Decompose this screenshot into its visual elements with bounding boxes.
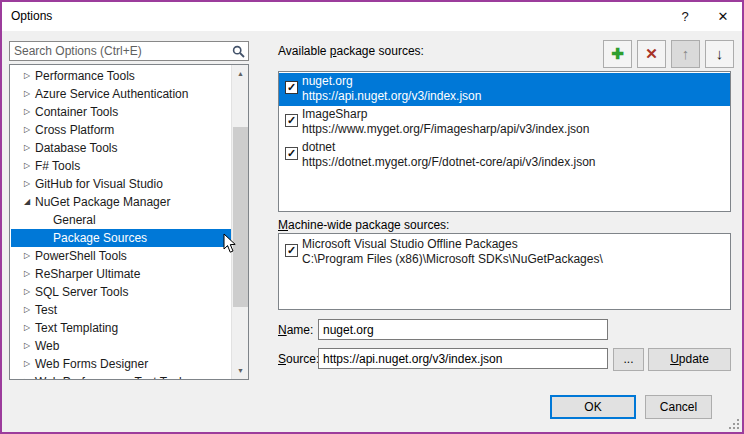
options-tree: ▷Performance Tools ▷Azure Service Authen… [9,64,249,380]
tree-item-web-forms-designer[interactable]: ▷Web Forms Designer [11,355,231,373]
checkbox-checked[interactable]: ✓ [285,244,298,257]
source-url: https://dotnet.myget.org/F/dotnet-core/a… [302,155,596,170]
window-title: Options [11,2,52,31]
mouse-cursor [223,233,237,254]
delete-icon: ✕ [645,45,658,62]
arrow-down-icon: ↓ [716,45,724,62]
collapsed-icon[interactable]: ▷ [19,301,35,319]
collapsed-icon[interactable]: ▷ [19,139,35,157]
collapsed-icon[interactable]: ▷ [19,85,35,103]
checkbox-checked[interactable]: ✓ [285,114,298,127]
collapsed-icon[interactable]: ▷ [19,355,35,373]
collapsed-icon[interactable]: ▷ [19,265,35,283]
source-name: dotnet [302,140,335,155]
source-row-nuget-org[interactable]: ✓ nuget.org https://api.nuget.org/v3/ind… [279,73,730,106]
tree-item-web-performance-test-tools[interactable]: ▷Web Performance Test Tools [11,373,231,380]
scroll-down-icon[interactable]: ▼ [232,362,249,379]
source-row-dotnet[interactable]: ✓ dotnet https://dotnet.myget.org/F/dotn… [279,139,730,172]
collapsed-icon[interactable]: ▷ [19,67,35,85]
remove-source-button[interactable]: ✕ [637,40,666,68]
source-row-offline-packages[interactable]: ✓ Microsoft Visual Studio Offline Packag… [279,236,730,269]
collapsed-icon[interactable]: ▷ [19,337,35,355]
move-down-button[interactable]: ↓ [705,40,734,68]
source-label: Source: [278,352,319,366]
update-button[interactable]: Update [648,348,731,371]
resize-grip[interactable] [727,417,739,429]
plus-icon: ✚ [611,45,624,62]
ok-button[interactable]: OK [550,395,636,419]
scrollbar-thumb[interactable] [233,127,248,307]
source-url: C:\Program Files (x86)\Microsoft SDKs\Nu… [302,252,603,267]
options-dialog: Options ? ✕ ▷Performance Tools ▷Azure Se… [0,0,744,434]
tree-item-sql-server-tools[interactable]: ▷SQL Server Tools [11,283,231,301]
collapsed-icon[interactable]: ▷ [19,373,35,380]
arrow-up-icon: ↑ [682,45,690,62]
available-sources-list: ✓ nuget.org https://api.nuget.org/v3/ind… [278,71,731,212]
cancel-button[interactable]: Cancel [645,395,712,419]
source-url: https://www.myget.org/F/imagesharp/api/v… [302,122,589,137]
collapsed-icon[interactable]: ▷ [19,175,35,193]
source-row-imagesharp[interactable]: ✓ ImageSharp https://www.myget.org/F/ima… [279,106,730,139]
tree-item-fsharp-tools[interactable]: ▷F# Tools [11,157,231,175]
source-name: ImageSharp [302,107,367,122]
source-name: Microsoft Visual Studio Offline Packages [302,237,518,252]
tree-item-performance-tools[interactable]: ▷Performance Tools [11,67,231,85]
tree-item-resharper-ultimate[interactable]: ▷ReSharper Ultimate [11,265,231,283]
tree-item-test[interactable]: ▷Test [11,301,231,319]
tree-item-container-tools[interactable]: ▷Container Tools [11,103,231,121]
move-up-button[interactable]: ↑ [671,40,700,68]
titlebar: Options ? ✕ [2,2,742,31]
search-input[interactable] [14,43,226,59]
tree-item-text-templating[interactable]: ▷Text Templating [11,319,231,337]
help-icon[interactable]: ? [668,2,702,31]
checkbox-checked[interactable]: ✓ [285,147,298,160]
browse-button[interactable]: ... [613,348,644,371]
collapsed-icon[interactable]: ▷ [19,247,35,265]
scroll-up-icon[interactable]: ▲ [232,65,249,82]
tree-item-database-tools[interactable]: ▷Database Tools [11,139,231,157]
tree-item-github-for-visual-studio[interactable]: ▷GitHub for Visual Studio [11,175,231,193]
name-field[interactable] [318,319,608,340]
close-icon[interactable]: ✕ [706,2,740,31]
tree-item-azure-service-authentication[interactable]: ▷Azure Service Authentication [11,85,231,103]
collapsed-icon[interactable]: ▷ [19,103,35,121]
add-source-button[interactable]: ✚ [603,40,632,68]
tree-item-web[interactable]: ▷Web [11,337,231,355]
source-url: https://api.nuget.org/v3/index.json [302,89,481,104]
tree-item-powershell-tools[interactable]: ▷PowerShell Tools [11,247,231,265]
collapsed-icon[interactable]: ▷ [19,157,35,175]
source-name: nuget.org [302,74,353,89]
name-label: Name: [278,323,313,337]
collapsed-icon[interactable]: ▷ [19,319,35,337]
available-sources-label: Available package sources: [278,44,424,58]
machine-sources-list: ✓ Microsoft Visual Studio Offline Packag… [278,233,731,310]
source-field[interactable] [318,348,608,369]
tree-item-package-sources[interactable]: Package Sources [11,229,231,247]
collapsed-icon[interactable]: ▷ [19,283,35,301]
expanded-icon[interactable]: ◢ [19,193,35,211]
checkbox-checked[interactable]: ✓ [285,81,298,94]
tree-scrollbar[interactable]: ▲ ▼ [231,65,248,379]
tree-item-cross-platform[interactable]: ▷Cross Platform [11,121,231,139]
machine-sources-label: Machine-wide package sources: [278,218,449,232]
search-icon [232,45,245,58]
collapsed-icon[interactable]: ▷ [19,121,35,139]
tree-item-nuget-package-manager[interactable]: ◢NuGet Package Manager [11,193,231,211]
search-box [9,41,249,61]
tree-item-general[interactable]: General [11,211,231,229]
